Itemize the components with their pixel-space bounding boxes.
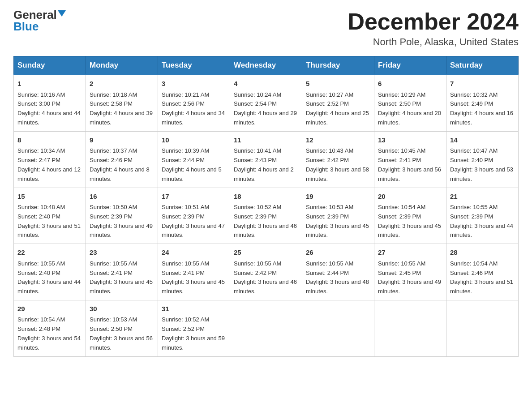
day-info: Sunrise: 10:48 AMSunset: 2:40 PMDaylight… xyxy=(17,204,81,238)
title-area: December 2024 North Pole, Alaska, United… xyxy=(348,9,519,48)
calendar-cell: 18 Sunrise: 10:52 AMSunset: 2:39 PMDayli… xyxy=(230,188,302,244)
day-number: 17 xyxy=(162,192,226,202)
day-number: 21 xyxy=(450,192,515,202)
calendar-week-row: 1 Sunrise: 10:16 AMSunset: 3:00 PMDaylig… xyxy=(14,75,519,131)
calendar-cell: 26 Sunrise: 10:55 AMSunset: 2:44 PMDayli… xyxy=(302,244,374,300)
day-number: 7 xyxy=(450,79,515,89)
day-info: Sunrise: 10:50 AMSunset: 2:39 PMDaylight… xyxy=(90,204,153,238)
day-number: 18 xyxy=(234,192,298,202)
calendar-cell: 6 Sunrise: 10:29 AMSunset: 2:50 PMDaylig… xyxy=(374,75,446,131)
day-info: Sunrise: 10:41 AMSunset: 2:43 PMDaylight… xyxy=(234,147,294,182)
day-number: 15 xyxy=(17,192,82,202)
day-header-friday: Friday xyxy=(374,56,446,75)
calendar-cell: 7 Sunrise: 10:32 AMSunset: 2:49 PMDaylig… xyxy=(446,75,519,131)
calendar-cell: 9 Sunrise: 10:37 AMSunset: 2:46 PMDaylig… xyxy=(86,131,158,188)
day-header-monday: Monday xyxy=(86,56,158,75)
calendar-cell xyxy=(230,300,302,356)
day-number: 27 xyxy=(378,248,442,258)
day-info: Sunrise: 10:54 AMSunset: 2:39 PMDaylight… xyxy=(378,204,441,238)
calendar-cell: 11 Sunrise: 10:41 AMSunset: 2:43 PMDayli… xyxy=(230,131,302,188)
day-info: Sunrise: 10:55 AMSunset: 2:41 PMDaylight… xyxy=(90,260,153,295)
day-number: 22 xyxy=(17,248,82,258)
calendar-cell: 22 Sunrise: 10:55 AMSunset: 2:40 PMDayli… xyxy=(14,244,86,300)
day-info: Sunrise: 10:29 AMSunset: 2:50 PMDaylight… xyxy=(378,91,441,126)
day-number: 4 xyxy=(234,79,298,89)
day-number: 3 xyxy=(162,79,226,89)
day-number: 12 xyxy=(306,135,370,146)
day-header-tuesday: Tuesday xyxy=(158,56,230,75)
day-header-sunday: Sunday xyxy=(14,56,86,75)
calendar-cell: 12 Sunrise: 10:43 AMSunset: 2:42 PMDayli… xyxy=(302,131,374,188)
logo-general: General xyxy=(13,9,57,21)
logo-triangle-icon xyxy=(58,10,66,17)
calendar-cell: 28 Sunrise: 10:54 AMSunset: 2:46 PMDayli… xyxy=(446,244,519,300)
calendar-week-row: 8 Sunrise: 10:34 AMSunset: 2:47 PMDaylig… xyxy=(14,131,519,188)
day-number: 23 xyxy=(90,248,154,258)
day-info: Sunrise: 10:24 AMSunset: 2:54 PMDaylight… xyxy=(234,91,297,126)
calendar-cell: 17 Sunrise: 10:51 AMSunset: 2:39 PMDayli… xyxy=(158,188,230,244)
day-info: Sunrise: 10:32 AMSunset: 2:49 PMDaylight… xyxy=(450,91,513,126)
day-info: Sunrise: 10:18 AMSunset: 2:58 PMDaylight… xyxy=(90,91,153,126)
day-number: 9 xyxy=(90,135,154,146)
calendar-cell: 27 Sunrise: 10:55 AMSunset: 2:45 PMDayli… xyxy=(374,244,446,300)
calendar-cell: 15 Sunrise: 10:48 AMSunset: 2:40 PMDayli… xyxy=(14,188,86,244)
calendar-cell: 21 Sunrise: 10:55 AMSunset: 2:39 PMDayli… xyxy=(446,188,519,244)
calendar-cell: 8 Sunrise: 10:34 AMSunset: 2:47 PMDaylig… xyxy=(14,131,86,188)
calendar-cell: 19 Sunrise: 10:53 AMSunset: 2:39 PMDayli… xyxy=(302,188,374,244)
day-header-thursday: Thursday xyxy=(302,56,374,75)
logo: General Blue xyxy=(13,9,66,34)
calendar-cell xyxy=(374,300,446,356)
header: General Blue December 2024 North Pole, A… xyxy=(13,9,519,48)
calendar-cell: 10 Sunrise: 10:39 AMSunset: 2:44 PMDayli… xyxy=(158,131,230,188)
calendar-subtitle: North Pole, Alaska, United States xyxy=(348,36,519,48)
day-number: 25 xyxy=(234,248,298,258)
calendar-cell: 30 Sunrise: 10:53 AMSunset: 2:50 PMDayli… xyxy=(86,300,158,356)
calendar-cell: 13 Sunrise: 10:45 AMSunset: 2:41 PMDayli… xyxy=(374,131,446,188)
day-number: 30 xyxy=(90,304,154,314)
day-info: Sunrise: 10:39 AMSunset: 2:44 PMDaylight… xyxy=(162,147,222,182)
calendar-week-row: 15 Sunrise: 10:48 AMSunset: 2:40 PMDayli… xyxy=(14,188,519,244)
day-info: Sunrise: 10:54 AMSunset: 2:48 PMDaylight… xyxy=(17,316,81,351)
day-info: Sunrise: 10:47 AMSunset: 2:40 PMDaylight… xyxy=(450,147,513,182)
day-number: 16 xyxy=(90,192,154,202)
calendar-cell: 2 Sunrise: 10:18 AMSunset: 2:58 PMDaylig… xyxy=(86,75,158,131)
calendar-cell: 14 Sunrise: 10:47 AMSunset: 2:40 PMDayli… xyxy=(446,131,519,188)
calendar-cell: 4 Sunrise: 10:24 AMSunset: 2:54 PMDaylig… xyxy=(230,75,302,131)
calendar-title: December 2024 xyxy=(348,9,519,34)
day-number: 19 xyxy=(306,192,370,202)
day-number: 5 xyxy=(306,79,370,89)
calendar-table: SundayMondayTuesdayWednesdayThursdayFrid… xyxy=(13,56,519,356)
day-info: Sunrise: 10:55 AMSunset: 2:39 PMDaylight… xyxy=(450,204,513,238)
calendar-cell xyxy=(302,300,374,356)
day-info: Sunrise: 10:51 AMSunset: 2:39 PMDaylight… xyxy=(162,204,225,238)
calendar-cell: 3 Sunrise: 10:21 AMSunset: 2:56 PMDaylig… xyxy=(158,75,230,131)
calendar-cell: 5 Sunrise: 10:27 AMSunset: 2:52 PMDaylig… xyxy=(302,75,374,131)
day-number: 11 xyxy=(234,135,298,146)
day-number: 14 xyxy=(450,135,515,146)
calendar-cell: 31 Sunrise: 10:52 AMSunset: 2:52 PMDayli… xyxy=(158,300,230,356)
day-number: 29 xyxy=(17,304,82,314)
day-info: Sunrise: 10:34 AMSunset: 2:47 PMDaylight… xyxy=(17,147,81,182)
calendar-cell: 1 Sunrise: 10:16 AMSunset: 3:00 PMDaylig… xyxy=(14,75,86,131)
day-info: Sunrise: 10:55 AMSunset: 2:41 PMDaylight… xyxy=(162,260,225,295)
day-header-saturday: Saturday xyxy=(446,56,519,75)
day-number: 31 xyxy=(162,304,226,314)
day-info: Sunrise: 10:16 AMSunset: 3:00 PMDaylight… xyxy=(17,91,81,126)
calendar-cell: 23 Sunrise: 10:55 AMSunset: 2:41 PMDayli… xyxy=(86,244,158,300)
calendar-cell: 29 Sunrise: 10:54 AMSunset: 2:48 PMDayli… xyxy=(14,300,86,356)
day-number: 6 xyxy=(378,79,442,89)
day-number: 24 xyxy=(162,248,226,258)
day-info: Sunrise: 10:37 AMSunset: 2:46 PMDaylight… xyxy=(90,147,150,182)
calendar-cell: 25 Sunrise: 10:55 AMSunset: 2:42 PMDayli… xyxy=(230,244,302,300)
calendar-week-row: 29 Sunrise: 10:54 AMSunset: 2:48 PMDayli… xyxy=(14,300,519,356)
calendar-cell: 20 Sunrise: 10:54 AMSunset: 2:39 PMDayli… xyxy=(374,188,446,244)
day-info: Sunrise: 10:45 AMSunset: 2:41 PMDaylight… xyxy=(378,147,441,182)
calendar-cell xyxy=(446,300,519,356)
day-info: Sunrise: 10:53 AMSunset: 2:50 PMDaylight… xyxy=(90,316,153,351)
day-info: Sunrise: 10:52 AMSunset: 2:39 PMDaylight… xyxy=(234,204,297,238)
calendar-week-row: 22 Sunrise: 10:55 AMSunset: 2:40 PMDayli… xyxy=(14,244,519,300)
day-info: Sunrise: 10:21 AMSunset: 2:56 PMDaylight… xyxy=(162,91,225,126)
day-number: 20 xyxy=(378,192,442,202)
day-info: Sunrise: 10:54 AMSunset: 2:46 PMDaylight… xyxy=(450,260,513,295)
day-number: 28 xyxy=(450,248,515,258)
